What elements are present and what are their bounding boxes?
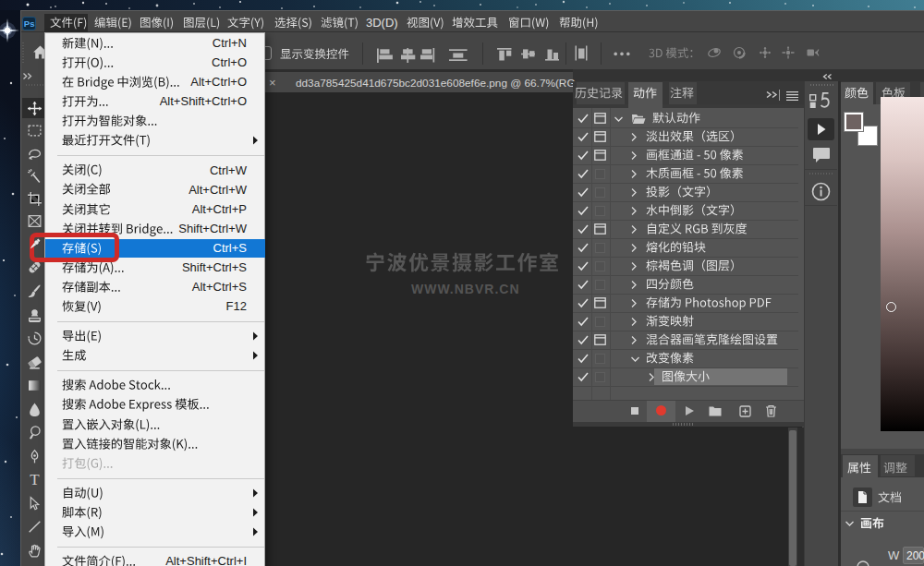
svg-text:T: T [30,472,40,488]
